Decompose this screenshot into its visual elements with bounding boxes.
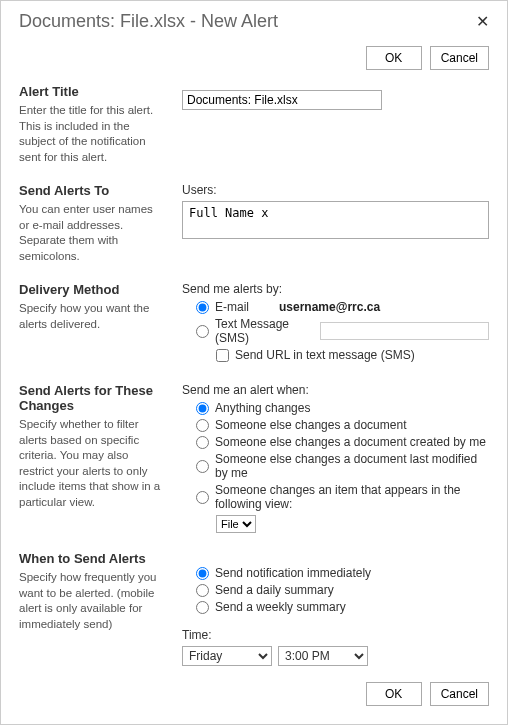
when-daily-label: Send a daily summary (215, 583, 334, 597)
delivery-email-value: username@rrc.ca (279, 300, 380, 314)
changes-view-label: Someone changes an item that appears in … (215, 483, 489, 511)
section-send-to: Send Alerts To You can enter user names … (19, 183, 489, 264)
changes-view-row: Someone changes an item that appears in … (196, 483, 489, 511)
users-input[interactable] (182, 201, 489, 239)
when-desc: Specify how frequently you want to be al… (19, 570, 164, 632)
when-weekly-row: Send a weekly summary (196, 600, 489, 614)
section-alert-title: Alert Title Enter the title for this ale… (19, 84, 489, 165)
ok-button[interactable]: OK (366, 46, 422, 70)
changes-view-select[interactable]: File (216, 515, 256, 533)
time-label: Time: (182, 628, 489, 642)
dialog-title: Documents: File.xlsx - New Alert (19, 11, 278, 32)
when-daily-radio[interactable] (196, 584, 209, 597)
when-weekly-label: Send a weekly summary (215, 600, 346, 614)
changes-someone-created-radio[interactable] (196, 436, 209, 449)
top-button-row: OK Cancel (19, 46, 489, 70)
bottom-button-row: OK Cancel (366, 682, 489, 706)
sendby-label: Send me alerts by: (182, 282, 489, 296)
send-to-heading: Send Alerts To (19, 183, 164, 198)
delivery-sendurl-checkbox[interactable] (216, 349, 229, 362)
section-delivery: Delivery Method Specify how you want the… (19, 282, 489, 365)
when-immediate-row: Send notification immediately (196, 566, 489, 580)
ok-button-bottom[interactable]: OK (366, 682, 422, 706)
time-hour-select[interactable]: 3:00 PM (278, 646, 368, 666)
changes-anything-row: Anything changes (196, 401, 489, 415)
changes-someone-doc-label: Someone else changes a document (215, 418, 406, 432)
time-day-select[interactable]: Friday (182, 646, 272, 666)
when-daily-row: Send a daily summary (196, 583, 489, 597)
when-heading: When to Send Alerts (19, 551, 164, 566)
changes-someone-doc-row: Someone else changes a document (196, 418, 489, 432)
cancel-button[interactable]: Cancel (430, 46, 489, 70)
alert-title-input[interactable] (182, 90, 382, 110)
changes-someone-modified-radio[interactable] (196, 460, 209, 473)
changes-someone-modified-row: Someone else changes a document last mod… (196, 452, 489, 480)
delivery-sms-input[interactable] (320, 322, 489, 340)
delivery-sms-row: Text Message (SMS) (196, 317, 489, 345)
cancel-button-bottom[interactable]: Cancel (430, 682, 489, 706)
changes-heading: Send Alerts for These Changes (19, 383, 164, 413)
users-label: Users: (182, 183, 489, 197)
delivery-sms-radio[interactable] (196, 325, 209, 338)
delivery-email-label: E-mail (215, 300, 249, 314)
title-bar: Documents: File.xlsx - New Alert ✕ (19, 11, 489, 32)
section-when: When to Send Alerts Specify how frequent… (19, 551, 489, 666)
changes-when-label: Send me an alert when: (182, 383, 489, 397)
delivery-sms-label: Text Message (SMS) (215, 317, 314, 345)
changes-someone-created-label: Someone else changes a document created … (215, 435, 486, 449)
changes-someone-created-row: Someone else changes a document created … (196, 435, 489, 449)
new-alert-dialog: Documents: File.xlsx - New Alert ✕ OK Ca… (0, 0, 508, 725)
delivery-desc: Specify how you want the alerts delivere… (19, 301, 164, 332)
alert-title-heading: Alert Title (19, 84, 164, 99)
send-to-desc: You can enter user names or e-mail addre… (19, 202, 164, 264)
changes-anything-radio[interactable] (196, 402, 209, 415)
delivery-email-row: E-mail username@rrc.ca (196, 300, 489, 314)
when-immediate-label: Send notification immediately (215, 566, 371, 580)
delivery-sendurl-label: Send URL in text message (SMS) (235, 348, 415, 362)
section-changes: Send Alerts for These Changes Specify wh… (19, 383, 489, 533)
delivery-sendurl-row: Send URL in text message (SMS) (216, 348, 489, 362)
changes-someone-modified-label: Someone else changes a document last mod… (215, 452, 489, 480)
when-weekly-radio[interactable] (196, 601, 209, 614)
alert-title-desc: Enter the title for this alert. This is … (19, 103, 164, 165)
delivery-email-radio[interactable] (196, 301, 209, 314)
close-icon[interactable]: ✕ (476, 14, 489, 30)
changes-view-radio[interactable] (196, 491, 209, 504)
changes-desc: Specify whether to filter alerts based o… (19, 417, 164, 510)
changes-anything-label: Anything changes (215, 401, 310, 415)
changes-someone-doc-radio[interactable] (196, 419, 209, 432)
when-immediate-radio[interactable] (196, 567, 209, 580)
delivery-heading: Delivery Method (19, 282, 164, 297)
